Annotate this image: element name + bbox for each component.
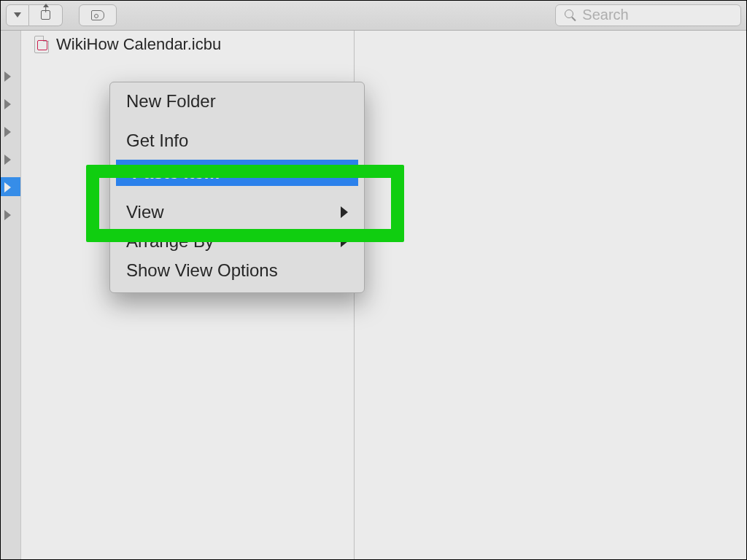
submenu-arrow-icon [341,206,348,218]
menu-item-arrange-by[interactable]: Arrange By [110,227,364,256]
disclosure-triangle-icon[interactable] [4,155,11,165]
menu-item-highlight: Paste Item [116,160,358,186]
search-icon [565,9,575,21]
file-row[interactable]: WikiHow Calendar.icbu [21,31,354,58]
menu-item-label: View [126,202,164,222]
share-icon [41,10,50,20]
calendar-file-icon [34,36,49,53]
menu-item-show-view-options[interactable]: Show View Options [110,256,364,285]
menu-item-get-info[interactable]: Get Info [110,126,364,155]
menu-item-label: Get Info [126,131,188,151]
sidebar-gutter [0,31,20,560]
menu-item-view[interactable]: View [110,198,364,227]
search-field-container[interactable] [555,4,741,26]
disclosure-triangle-icon[interactable] [4,71,11,82]
menu-item-label: Paste Item [132,163,220,183]
file-name-label: WikiHow Calendar.icbu [56,35,221,54]
preview-column [355,31,747,560]
menu-item-label: Arrange By [126,231,214,252]
submenu-arrow-icon [341,236,348,247]
disclosure-triangle-icon[interactable] [4,127,11,137]
toolbar-left-group [6,4,117,26]
tags-button[interactable] [79,4,117,26]
disclosure-triangle-icon[interactable] [4,99,11,109]
disclosure-triangle-icon[interactable] [4,210,11,220]
menu-item-label: New Folder [126,91,216,112]
search-input[interactable] [582,7,732,23]
menu-item-paste-item[interactable]: Paste Item [110,157,364,189]
chevron-down-icon [14,12,21,18]
menu-item-new-folder[interactable]: New Folder [110,87,364,116]
disclosure-triangle-icon[interactable] [4,182,11,192]
toolbar-button-group [6,4,63,26]
toolbar [0,0,747,31]
menu-item-label: Show View Options [126,260,278,281]
context-menu: New Folder Get Info Paste Item View Arra… [109,82,365,293]
share-button[interactable] [29,4,63,26]
tag-icon [91,10,104,20]
toolbar-dropdown-button[interactable] [6,4,29,26]
